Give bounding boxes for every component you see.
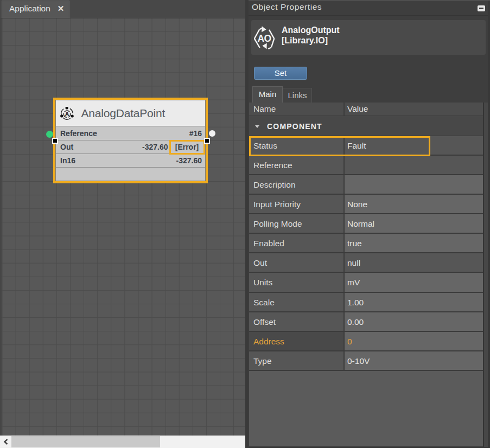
svg-text:AO: AO <box>257 33 271 44</box>
svg-text:A: A <box>65 111 69 117</box>
